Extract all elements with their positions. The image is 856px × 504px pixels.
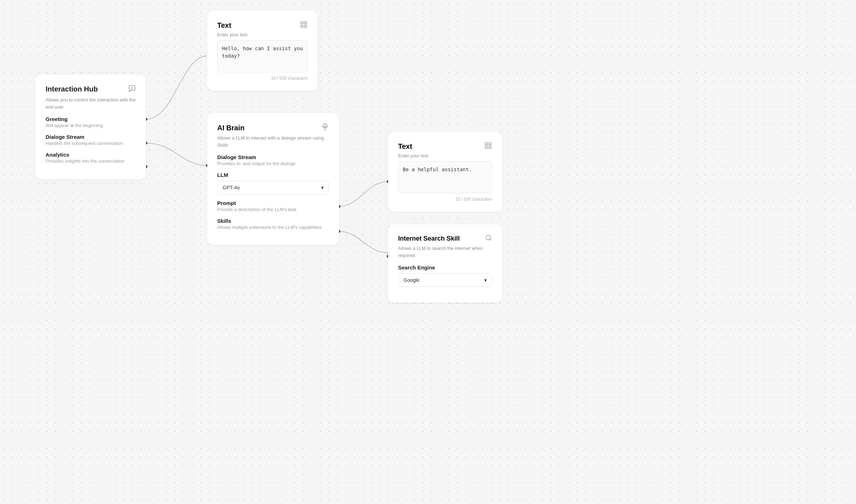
prompt-sublabel: Provide a description of the LLM's task xyxy=(217,207,329,212)
search-chevron-icon: ▾ xyxy=(484,277,487,283)
llm-value: GPT-4o xyxy=(223,185,240,190)
ai-dialoge-stream-sublabel: Provides in- and output for the dialoge xyxy=(217,161,329,166)
text-right-char-count: 23 / 500 characters xyxy=(398,197,492,202)
search-engine-select[interactable]: Google ▾ xyxy=(398,273,492,287)
svg-rect-11 xyxy=(304,25,307,27)
text-top-char-count: 34 / 500 characters xyxy=(217,76,308,81)
ai-dialoge-stream-label: Dialoge Stream xyxy=(217,154,329,160)
interaction-hub-title: Interaction Hub xyxy=(46,85,98,93)
llm-select[interactable]: GPT-4o ▾ xyxy=(217,181,329,194)
ai-brain-title: AI Brain xyxy=(217,124,245,132)
text-card-right: Text Enter your text 23 / 500 characters xyxy=(388,132,502,212)
ai-brain-desc: Allows a LLM to interact with a dialoge … xyxy=(217,135,329,148)
svg-rect-8 xyxy=(301,22,303,24)
text-right-input-label: Enter your text xyxy=(398,153,492,158)
analytics-label: Analytics xyxy=(46,152,136,158)
skills-label: Skills xyxy=(217,218,329,224)
search-icon xyxy=(485,234,492,243)
interaction-hub-card: Interaction Hub Allows you to control th… xyxy=(36,75,146,179)
llm-label: LLM xyxy=(217,172,329,178)
dialoge-stream-label: Dialoge Stream xyxy=(46,134,136,140)
chevron-down-icon: ▾ xyxy=(321,185,324,190)
text-top-textarea[interactable] xyxy=(217,40,308,72)
svg-rect-13 xyxy=(485,143,487,145)
svg-rect-16 xyxy=(489,146,491,148)
interaction-hub-desc: Allows you to control the interaction wi… xyxy=(46,96,136,110)
text-right-icon xyxy=(484,142,492,151)
svg-rect-10 xyxy=(301,25,303,27)
ai-brain-card: AI Brain Allows a LLM to interact with a… xyxy=(207,113,339,245)
analytics-sublabel: Provides insights into the conversation xyxy=(46,158,136,164)
internet-search-card: Internet Search Skill Allows a LLM to se… xyxy=(388,224,502,303)
search-engine-label: Search Engine xyxy=(398,264,492,271)
text-right-textarea[interactable] xyxy=(398,161,492,193)
text-card-top: Text Enter your text 34 / 500 characters xyxy=(207,11,318,91)
svg-point-17 xyxy=(486,235,491,240)
skills-sublabel: Allows multiple extensions to the LLM's … xyxy=(217,225,329,230)
ai-brain-icon xyxy=(321,123,329,132)
text-top-input-label: Enter your text xyxy=(217,32,308,37)
greeting-sublabel: Will appear at the beginning xyxy=(46,123,136,128)
search-engine-value: Google xyxy=(403,277,419,283)
prompt-label: Prompt xyxy=(217,200,329,206)
text-top-title: Text xyxy=(217,21,231,30)
search-title: Internet Search Skill xyxy=(398,235,460,242)
text-top-icon xyxy=(300,21,308,30)
search-desc: Allows a LLM to search the internet when… xyxy=(398,245,492,259)
svg-rect-15 xyxy=(485,146,487,148)
interaction-hub-icon xyxy=(128,85,136,94)
text-right-title: Text xyxy=(398,142,412,151)
svg-line-18 xyxy=(490,239,491,241)
dialoge-stream-sublabel: Handels the subsequent conversation xyxy=(46,141,136,146)
svg-rect-9 xyxy=(304,22,307,24)
svg-rect-14 xyxy=(489,143,491,145)
greeting-label: Greeting xyxy=(46,116,136,122)
